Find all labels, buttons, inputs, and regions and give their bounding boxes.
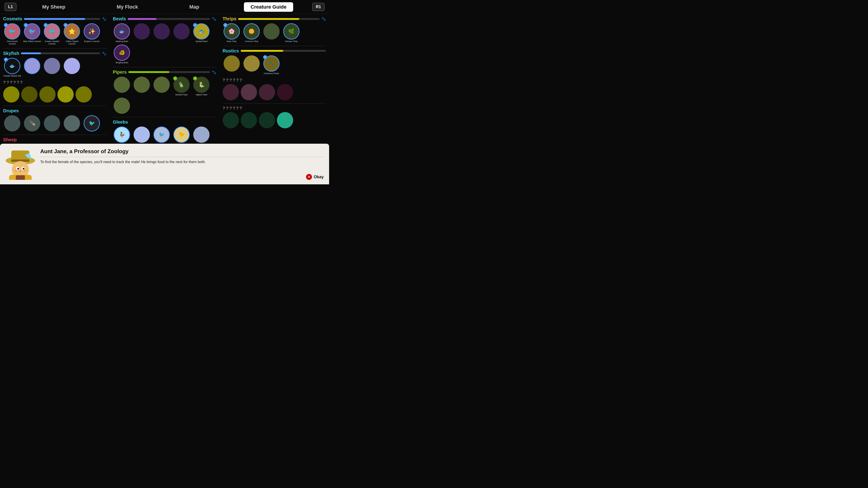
list-item[interactable]: ✓ 🐟 Painted Skyfish (M) xyxy=(3,58,21,77)
list-item[interactable] xyxy=(63,58,81,77)
check-badge: ✓ xyxy=(43,23,48,27)
list-item[interactable]: ✓ 🐍 Vigilant Piper xyxy=(192,76,211,96)
drupes-grid: 🪶 🐦 xyxy=(3,115,106,131)
list-item[interactable] xyxy=(153,23,170,43)
nav-tabs: My Sheep My Flock Map Creature Guide xyxy=(17,2,312,12)
tab-map[interactable]: Map xyxy=(182,2,206,12)
list-item[interactable]: 🐟 Basking Bewl xyxy=(113,23,131,43)
list-item[interactable]: ✓ 🐾 Cinereous Rustic xyxy=(262,55,281,75)
list-item[interactable] xyxy=(43,115,61,131)
dialog-avatar xyxy=(4,148,36,180)
list-item[interactable]: ✓ 🐟 Spotted Bewl xyxy=(192,23,211,43)
list-item[interactable]: 🦆 Gallus Gleeb xyxy=(113,127,131,146)
list-item[interactable] xyxy=(63,115,81,131)
creature-name: Yellow-Tipped Cosmet xyxy=(63,40,81,45)
list-item[interactable] xyxy=(23,58,41,77)
creature-circle xyxy=(243,55,260,72)
creature-circle xyxy=(193,127,210,143)
list-item[interactable] xyxy=(223,55,241,75)
avatar-svg xyxy=(4,148,36,180)
list-item[interactable]: ✓ 🐦 Blue-Tailed Cosmet xyxy=(23,23,41,45)
creature-circle: 🌼 xyxy=(243,23,260,39)
l1-button[interactable]: L1 xyxy=(4,3,17,11)
unknown-circle xyxy=(39,86,56,103)
r1-button[interactable]: R1 xyxy=(312,3,324,11)
creature-circle: ✨ xyxy=(84,23,100,39)
creature-circle: ✓ 🐟 xyxy=(4,58,20,74)
pipers-progress-bar xyxy=(128,71,210,73)
list-item[interactable] xyxy=(192,127,211,146)
list-item[interactable]: 🐦 xyxy=(83,115,101,131)
creature-circle xyxy=(133,127,150,143)
creature-circle: ✓ 🦜 xyxy=(174,76,190,93)
svg-rect-5 xyxy=(16,175,25,180)
list-item[interactable] xyxy=(113,76,131,96)
bewls-progress-fill xyxy=(128,18,156,20)
skyfish-header: Skyfish 🐾 xyxy=(3,51,106,56)
cosmets-header: Cosmets 🐾 xyxy=(3,16,106,22)
divider xyxy=(223,103,326,104)
list-item[interactable] xyxy=(133,76,151,96)
list-item[interactable] xyxy=(133,23,151,43)
creature-circle xyxy=(264,23,280,39)
rustics-header: Rustics xyxy=(223,48,326,54)
sheep-title: Sheep xyxy=(3,137,17,142)
list-item[interactable] xyxy=(262,23,281,43)
list-item[interactable]: ✓ 🌸 Rosy Thrip xyxy=(223,23,241,43)
check-badge: ✓ xyxy=(263,55,267,59)
tab-my-flock[interactable]: My Flock xyxy=(110,2,145,12)
tab-my-sheep[interactable]: My Sheep xyxy=(35,2,72,12)
top-nav: L1 My Sheep My Flock Map Creature Guide … xyxy=(0,0,329,14)
list-item[interactable]: 🌼 Common Thrip xyxy=(243,23,260,43)
list-item[interactable] xyxy=(113,98,131,114)
okay-x-icon: ✕ xyxy=(306,174,312,180)
list-item[interactable] xyxy=(173,23,191,43)
drupes-header: Drupes xyxy=(3,108,106,113)
unknown-circle xyxy=(223,84,239,100)
thrips-header: Thrips 🐾 xyxy=(223,16,326,22)
list-item[interactable]: 🐠 Burgling Bewl xyxy=(113,44,131,64)
cosmets-icon: 🐾 xyxy=(102,17,106,21)
list-item[interactable]: ✓ 🐦 Greater Spotted Cosmet xyxy=(43,23,61,45)
thrips-icon: 🐾 xyxy=(321,17,326,21)
list-item[interactable]: 🪶 xyxy=(23,115,41,131)
list-item[interactable] xyxy=(133,127,151,146)
okay-button[interactable]: ✕ Okay xyxy=(306,174,324,180)
list-item[interactable]: 🐦 Frogmouth Gleeb xyxy=(153,127,170,146)
list-item[interactable]: ✓ ⭐ Yellow-Tipped Cosmet xyxy=(63,23,81,45)
list-item[interactable]: ✓ 🐦 Pink-Nosed Cosmet xyxy=(3,23,21,45)
list-item[interactable]: ✨ Emperor Cosmet xyxy=(83,23,101,45)
list-item[interactable] xyxy=(3,115,21,131)
creature-circle: 🌿 xyxy=(283,23,300,39)
creature-circle: ✓ 🐍 xyxy=(193,76,210,93)
rustics-unknown-label: ?????? xyxy=(223,78,326,83)
list-item[interactable]: ✓ 🦜 Banded Piper xyxy=(173,76,191,96)
dialog-title: Aunt Jane, a Professor of Zoology xyxy=(40,148,324,155)
list-item[interactable]: 🐤 Morning Gleeb xyxy=(173,127,191,146)
cosmets-grid: ✓ 🐦 Pink-Nosed Cosmet ✓ 🐦 Blue-Tailed Co… xyxy=(3,23,106,45)
creature-name: Rosy Thrip xyxy=(227,40,237,43)
bewls-title: Bewls xyxy=(113,16,126,22)
divider xyxy=(113,117,216,117)
pipers-progress-fill xyxy=(128,71,169,73)
drupes-title: Drupes xyxy=(3,108,19,113)
pipers-icon: 🐾 xyxy=(212,70,216,74)
creature-circle: ✓ 🐟 xyxy=(193,23,210,39)
tab-creature-guide[interactable]: Creature Guide xyxy=(244,2,293,12)
check-badge: ✓ xyxy=(173,76,177,80)
list-item[interactable]: 🌿 Sinuous Thrip xyxy=(282,23,301,43)
creature-name: Sinuous Thrip xyxy=(285,40,298,43)
skyfish-title: Skyfish xyxy=(3,51,19,56)
list-item[interactable] xyxy=(243,55,260,75)
creature-circle: ✓ 🌸 xyxy=(223,23,240,39)
list-item[interactable] xyxy=(153,76,170,96)
bewls-icon: 🐾 xyxy=(212,17,216,21)
divider xyxy=(3,106,106,106)
creature-circle xyxy=(153,76,170,93)
creature-circle: 🐦 xyxy=(153,127,170,143)
creature-name: Pink-Nosed Cosmet xyxy=(3,40,21,45)
list-item[interactable] xyxy=(43,58,61,77)
unknown-circle xyxy=(57,86,74,103)
unknown-circle xyxy=(21,86,37,103)
pipers-title: Pipers xyxy=(113,70,127,75)
